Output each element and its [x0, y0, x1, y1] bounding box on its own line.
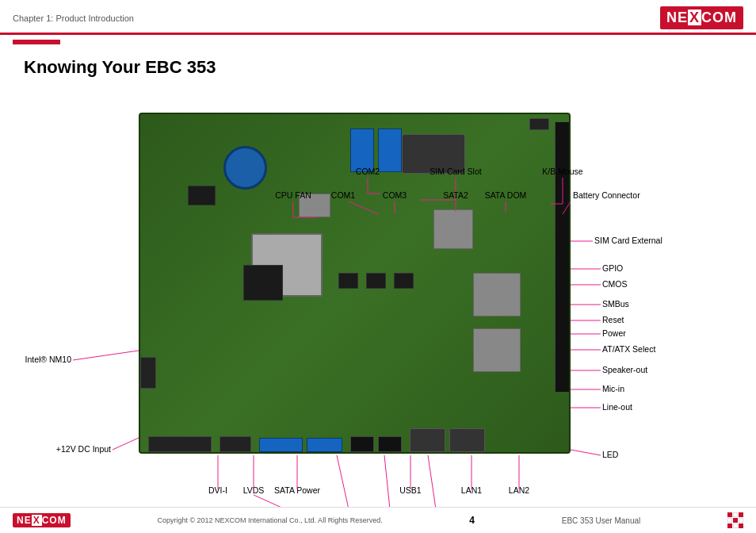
chapter-title: Chapter 1: Product Introduction	[13, 13, 134, 23]
led-label: LED	[602, 450, 619, 459]
lan2-label: LAN2	[509, 485, 529, 495]
sata-power-label: SATA Power	[274, 485, 320, 495]
cmos-label: CMOS	[602, 279, 628, 289]
footer-page-number: 4	[469, 515, 475, 526]
dvi-i-label: DVI-I	[208, 485, 227, 495]
mic-in-label: Mic-in	[602, 384, 624, 393]
svg-line-25	[571, 450, 601, 455]
footer-manual-title: EBC 353 User Manual	[562, 516, 641, 525]
footer: NEXCOM Copyright © 2012 NEXCOM Internati…	[0, 507, 756, 533]
page-heading: Knowing Your EBC 353	[24, 57, 732, 78]
motherboard-image	[139, 113, 571, 454]
lan1-label: LAN1	[461, 485, 482, 495]
footer-grid-icon	[727, 512, 743, 528]
svg-line-23	[73, 351, 139, 360]
footer-logo: NEXCOM	[13, 513, 71, 527]
gpio-label: GPIO	[602, 263, 623, 273]
battery-connector-label: Battery Connector	[573, 190, 640, 200]
diagram-container: COM2 SIM Card Slot K/B Mouse CPU FAN COM…	[24, 89, 732, 517]
main-content: Knowing Your EBC 353	[0, 49, 756, 525]
usb1-label: USB1	[399, 485, 422, 495]
svg-line-34	[384, 455, 390, 509]
lvds-label: LVDS	[243, 485, 265, 495]
at-atx-select-label: AT/ATX Select	[602, 344, 655, 354]
line-out-label: Line-out	[602, 402, 632, 412]
speaker-out-label: Speaker-out	[602, 365, 647, 374]
smbus-label: SMBus	[602, 299, 629, 309]
accent-bar	[13, 40, 60, 44]
footer-copyright: Copyright © 2012 NEXCOM International Co…	[157, 516, 382, 524]
svg-line-24	[113, 438, 139, 450]
svg-line-35	[428, 455, 436, 509]
12v-dc-label: +12V DC Input	[56, 444, 111, 454]
intel-nm10-label: Intel® NM10	[25, 355, 71, 364]
reset-label: Reset	[602, 315, 624, 324]
power-label: Power	[602, 328, 626, 338]
sim-card-external-label: SIM Card External	[594, 236, 662, 245]
svg-line-33	[337, 455, 349, 509]
nexcom-logo: NEXCOM	[660, 6, 743, 29]
